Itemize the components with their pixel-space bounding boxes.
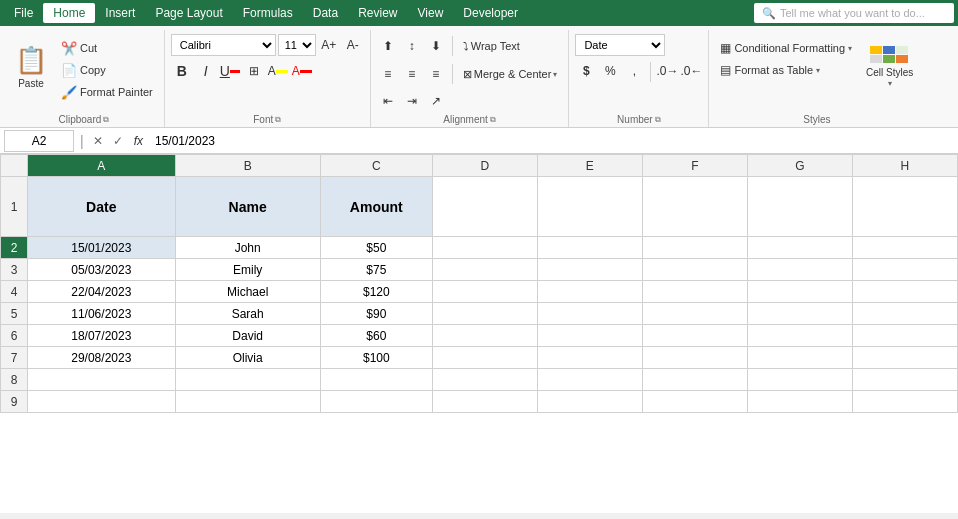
menu-view[interactable]: View	[408, 3, 454, 23]
clipboard-expand-icon[interactable]: ⧉	[103, 115, 109, 125]
cell-B4[interactable]: Michael	[175, 281, 320, 303]
cell-G1[interactable]	[747, 177, 852, 237]
cancel-icon[interactable]: ✕	[90, 132, 106, 150]
cell-B9[interactable]	[175, 391, 320, 413]
cell-H9[interactable]	[852, 391, 957, 413]
cell-C2[interactable]: $50	[320, 237, 432, 259]
cell-A7[interactable]: 29/08/2023	[27, 347, 175, 369]
cell-F9[interactable]	[642, 391, 747, 413]
cell-E6[interactable]	[537, 325, 642, 347]
cell-C3[interactable]: $75	[320, 259, 432, 281]
number-expand-icon[interactable]: ⧉	[655, 115, 661, 125]
cell-A9[interactable]	[27, 391, 175, 413]
cell-E9[interactable]	[537, 391, 642, 413]
col-header-H[interactable]: H	[852, 155, 957, 177]
cell-E3[interactable]	[537, 259, 642, 281]
col-header-G[interactable]: G	[747, 155, 852, 177]
conditional-formatting-button[interactable]: ▦ Conditional Formatting ▾	[715, 38, 857, 58]
merge-center-dropdown-icon[interactable]: ▾	[553, 70, 557, 79]
col-header-E[interactable]: E	[537, 155, 642, 177]
copy-button[interactable]: 📄 Copy	[56, 60, 158, 80]
cell-styles-dropdown-icon[interactable]: ▾	[888, 79, 892, 88]
cut-button[interactable]: ✂️ Cut	[56, 38, 158, 58]
formula-input[interactable]	[151, 130, 954, 152]
increase-indent-button[interactable]: ⇥	[401, 90, 423, 112]
font-name-select[interactable]: Calibri	[171, 34, 276, 56]
cell-D6[interactable]	[432, 325, 537, 347]
row-header-4[interactable]: 4	[1, 281, 28, 303]
cell-C6[interactable]: $60	[320, 325, 432, 347]
font-size-select[interactable]: 11	[278, 34, 316, 56]
cell-H2[interactable]	[852, 237, 957, 259]
align-top-button[interactable]: ⬆	[377, 35, 399, 57]
cell-H7[interactable]	[852, 347, 957, 369]
cell-H1[interactable]	[852, 177, 957, 237]
row-header-5[interactable]: 5	[1, 303, 28, 325]
cell-A4[interactable]: 22/04/2023	[27, 281, 175, 303]
merge-center-button[interactable]: ⊠ Merge & Center ▾	[458, 64, 563, 84]
bold-button[interactable]: B	[171, 60, 193, 82]
cell-D5[interactable]	[432, 303, 537, 325]
row-header-2[interactable]: 2	[1, 237, 28, 259]
cell-reference-input[interactable]	[4, 130, 74, 152]
cell-F3[interactable]	[642, 259, 747, 281]
confirm-icon[interactable]: ✓	[110, 132, 126, 150]
col-header-C[interactable]: C	[320, 155, 432, 177]
decrease-indent-button[interactable]: ⇤	[377, 90, 399, 112]
cell-D2[interactable]	[432, 237, 537, 259]
cell-C8[interactable]	[320, 369, 432, 391]
cell-B8[interactable]	[175, 369, 320, 391]
fat-dropdown-icon[interactable]: ▾	[816, 66, 820, 75]
menu-formulas[interactable]: Formulas	[233, 3, 303, 23]
cell-H5[interactable]	[852, 303, 957, 325]
cell-D4[interactable]	[432, 281, 537, 303]
menu-review[interactable]: Review	[348, 3, 407, 23]
cell-H8[interactable]	[852, 369, 957, 391]
cell-E2[interactable]	[537, 237, 642, 259]
cell-G8[interactable]	[747, 369, 852, 391]
increase-font-size-button[interactable]: A+	[318, 34, 340, 56]
cell-D8[interactable]	[432, 369, 537, 391]
cell-F5[interactable]	[642, 303, 747, 325]
cell-E1[interactable]	[537, 177, 642, 237]
cell-G9[interactable]	[747, 391, 852, 413]
cell-D1[interactable]	[432, 177, 537, 237]
cell-C1[interactable]: Amount	[320, 177, 432, 237]
align-middle-button[interactable]: ↕	[401, 35, 423, 57]
cell-C4[interactable]: $120	[320, 281, 432, 303]
cell-D9[interactable]	[432, 391, 537, 413]
cell-A1[interactable]: Date	[27, 177, 175, 237]
cell-G3[interactable]	[747, 259, 852, 281]
row-header-8[interactable]: 8	[1, 369, 28, 391]
cell-F4[interactable]	[642, 281, 747, 303]
cell-H6[interactable]	[852, 325, 957, 347]
cell-A3[interactable]: 05/03/2023	[27, 259, 175, 281]
align-left-button[interactable]: ≡	[377, 63, 399, 85]
cell-styles-button[interactable]: Cell Styles ▾	[861, 34, 918, 100]
cell-H4[interactable]	[852, 281, 957, 303]
cell-B5[interactable]: Sarah	[175, 303, 320, 325]
comma-button[interactable]: ,	[623, 60, 645, 82]
paste-button[interactable]: 📋 Paste	[10, 34, 52, 100]
cell-B7[interactable]: Olivia	[175, 347, 320, 369]
cell-A6[interactable]: 18/07/2023	[27, 325, 175, 347]
align-center-button[interactable]: ≡	[401, 63, 423, 85]
menu-data[interactable]: Data	[303, 3, 348, 23]
cell-G5[interactable]	[747, 303, 852, 325]
underline-button[interactable]: U	[219, 60, 241, 82]
cell-E7[interactable]	[537, 347, 642, 369]
text-direction-button[interactable]: ↗	[425, 90, 447, 112]
italic-button[interactable]: I	[195, 60, 217, 82]
cell-H3[interactable]	[852, 259, 957, 281]
col-header-B[interactable]: B	[175, 155, 320, 177]
borders-button[interactable]: ⊞	[243, 60, 265, 82]
fill-color-button[interactable]: A	[267, 60, 289, 82]
cell-C7[interactable]: $100	[320, 347, 432, 369]
menu-page-layout[interactable]: Page Layout	[145, 3, 232, 23]
cell-G6[interactable]	[747, 325, 852, 347]
format-as-table-button[interactable]: ▤ Format as Table ▾	[715, 60, 857, 80]
menu-file[interactable]: File	[4, 3, 43, 23]
cell-G4[interactable]	[747, 281, 852, 303]
cell-C5[interactable]: $90	[320, 303, 432, 325]
increase-decimal-button[interactable]: .0→	[656, 60, 678, 82]
